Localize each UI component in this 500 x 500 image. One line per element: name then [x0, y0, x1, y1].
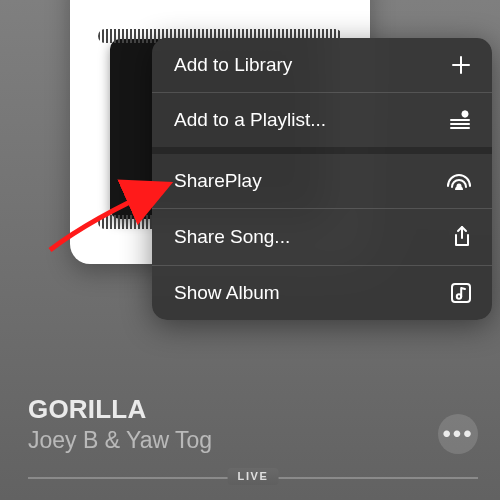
menu-item-label: Share Song... — [174, 226, 290, 248]
playlist-add-icon — [448, 110, 472, 130]
menu-item-show-album[interactable]: Show Album — [152, 266, 492, 320]
menu-item-add-library[interactable]: Add to Library — [152, 38, 492, 92]
live-indicator: LIVE — [228, 468, 279, 485]
menu-item-add-playlist[interactable]: Add to a Playlist... — [152, 93, 492, 147]
menu-item-label: Add to Library — [174, 54, 292, 76]
menu-item-shareplay[interactable]: SharePlay — [152, 154, 492, 208]
more-button[interactable]: ••• — [438, 414, 478, 454]
album-icon — [450, 282, 472, 304]
menu-item-label: SharePlay — [174, 170, 262, 192]
more-icon: ••• — [442, 422, 473, 446]
now-playing-footer: GORILLA Joey B & Yaw Tog ••• — [28, 394, 500, 454]
menu-group-separator — [152, 147, 492, 154]
menu-item-label: Show Album — [174, 282, 280, 304]
song-title: GORILLA — [28, 394, 500, 425]
share-icon — [452, 225, 472, 249]
plus-icon — [450, 54, 472, 76]
progress-row: LIVE — [28, 470, 478, 486]
song-artist: Joey B & Yaw Tog — [28, 427, 500, 454]
menu-item-label: Add to a Playlist... — [174, 109, 326, 131]
shareplay-icon — [446, 171, 472, 191]
menu-item-share-song[interactable]: Share Song... — [152, 209, 492, 265]
context-menu: Add to Library Add to a Playlist... Shar… — [152, 38, 492, 320]
